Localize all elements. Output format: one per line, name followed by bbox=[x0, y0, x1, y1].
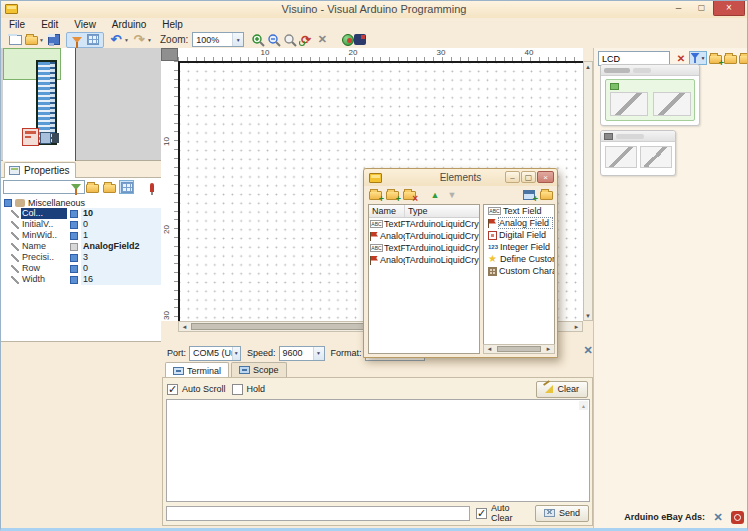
properties-collapse-icon[interactable] bbox=[102, 180, 117, 194]
delete-icon[interactable] bbox=[314, 33, 330, 47]
output-scroll-up-icon[interactable]: ▲ bbox=[579, 401, 588, 410]
category-expander-icon[interactable] bbox=[4, 199, 12, 207]
scroll-right-icon[interactable]: ► bbox=[543, 345, 554, 354]
hold-checkbox[interactable] bbox=[232, 384, 243, 395]
open-project-icon[interactable] bbox=[23, 33, 39, 47]
dialog-minimize-button[interactable]: – bbox=[505, 171, 520, 183]
palette-item[interactable]: Define Custom Chara bbox=[484, 253, 554, 265]
property-row[interactable]: InitialV.. 0 bbox=[1, 219, 161, 230]
redo-icon[interactable] bbox=[131, 33, 147, 47]
zoom-out-icon[interactable] bbox=[266, 33, 282, 47]
scroll-down-icon[interactable]: ▼ bbox=[583, 311, 594, 320]
column-name[interactable]: Name bbox=[369, 205, 405, 217]
property-row[interactable]: MinWid.. 1 bbox=[1, 230, 161, 241]
palette-item-selected[interactable]: Analog Field bbox=[484, 217, 554, 229]
component-card-lcd[interactable] bbox=[600, 64, 700, 126]
move-down-icon[interactable] bbox=[445, 188, 459, 201]
speed-dropdown-icon[interactable]: ▼ bbox=[313, 347, 324, 360]
component-thumbnail[interactable] bbox=[610, 92, 648, 116]
zoom-combobox[interactable]: 100% ▼ bbox=[192, 32, 244, 47]
palette-item[interactable]: Digital Field bbox=[484, 229, 554, 241]
expand-all-icon[interactable] bbox=[522, 188, 536, 201]
dialog-maximize-button[interactable]: ▢ bbox=[521, 171, 536, 183]
tab-terminal[interactable]: Terminal bbox=[165, 362, 229, 378]
speed-combobox[interactable]: 9600 ▼ bbox=[279, 346, 325, 361]
auto-scroll-checkbox[interactable] bbox=[167, 384, 178, 395]
element-row[interactable]: Analog... TArduinoLiquidCrystal... bbox=[369, 230, 479, 242]
folder-expand-icon[interactable] bbox=[723, 51, 737, 65]
properties-funnel-icon[interactable] bbox=[68, 180, 83, 194]
package-icon[interactable] bbox=[354, 34, 366, 45]
property-category[interactable]: Miscellaneous bbox=[1, 197, 161, 208]
property-value[interactable]: 10 bbox=[81, 208, 161, 219]
scroll-left-icon[interactable]: ◄ bbox=[484, 345, 495, 354]
add-element-icon[interactable] bbox=[368, 188, 382, 201]
scroll-thumb[interactable] bbox=[497, 346, 541, 352]
menu-file[interactable]: File bbox=[1, 19, 33, 30]
tab-properties[interactable]: Properties bbox=[4, 162, 76, 178]
terminal-output[interactable]: ▲ bbox=[166, 399, 590, 502]
column-type[interactable]: Type bbox=[405, 205, 479, 217]
property-row[interactable]: Col... 10 bbox=[1, 208, 161, 219]
minimize-button[interactable]: – bbox=[667, 1, 690, 16]
port-dropdown-icon[interactable]: ▼ bbox=[232, 347, 240, 360]
scroll-up-icon[interactable]: ▲ bbox=[583, 62, 594, 71]
menu-view[interactable]: View bbox=[66, 19, 104, 30]
filter-toggle-icon[interactable] bbox=[69, 33, 85, 47]
collapse-all-icon[interactable] bbox=[539, 188, 553, 201]
palette-item[interactable]: 123 Integer Field bbox=[484, 241, 554, 253]
project-minimap[interactable] bbox=[1, 48, 161, 161]
scroll-right-icon[interactable]: ► bbox=[571, 322, 582, 331]
ads-stop-icon[interactable] bbox=[731, 511, 744, 524]
component-thumbnail[interactable] bbox=[605, 146, 637, 168]
zoom-in-icon[interactable] bbox=[250, 33, 266, 47]
folder-collapse-icon[interactable] bbox=[738, 51, 748, 65]
save-icon[interactable] bbox=[46, 33, 62, 47]
ads-settings-icon[interactable] bbox=[711, 510, 725, 524]
delete-element-icon[interactable] bbox=[402, 188, 416, 201]
clear-search-icon[interactable] bbox=[674, 51, 688, 65]
property-row[interactable]: Precisi.. 3 bbox=[1, 252, 161, 263]
clear-button[interactable]: Clear bbox=[536, 381, 588, 398]
properties-view-icon[interactable] bbox=[119, 180, 134, 194]
menu-edit[interactable]: Edit bbox=[33, 19, 66, 30]
palette-item[interactable]: Text Field bbox=[484, 205, 554, 217]
undo-dropdown-icon[interactable]: ▼ bbox=[124, 37, 131, 43]
port-combobox[interactable]: COM5 (Unav ▼ bbox=[189, 346, 241, 361]
insert-element-icon[interactable] bbox=[385, 188, 399, 201]
element-row[interactable]: TextField2 TArduinoLiquidCrystal... bbox=[369, 242, 479, 254]
property-value[interactable]: 16 bbox=[81, 274, 161, 285]
canvas-vertical-scrollbar[interactable]: ▲ ▼ bbox=[583, 61, 593, 321]
element-row[interactable]: Analog... TArduinoLiquidCrystal... bbox=[369, 254, 479, 266]
property-value[interactable]: 0 bbox=[81, 263, 161, 274]
component-thumbnail[interactable] bbox=[653, 92, 691, 116]
maximize-button[interactable]: ▢ bbox=[690, 1, 713, 16]
palette-item[interactable]: Custom Character Fi bbox=[484, 265, 554, 277]
elements-dialog-titlebar[interactable]: Elements – ▢ × bbox=[364, 169, 557, 186]
send-input[interactable] bbox=[166, 506, 470, 521]
menu-help[interactable]: Help bbox=[154, 19, 191, 30]
refresh-icon[interactable] bbox=[298, 33, 314, 47]
component-thumbnail[interactable] bbox=[640, 146, 672, 168]
zoom-dropdown-icon[interactable]: ▼ bbox=[232, 33, 243, 46]
scroll-left-icon[interactable]: ◄ bbox=[179, 322, 190, 331]
folder-add-icon[interactable] bbox=[708, 51, 722, 65]
dialog-close-button[interactable]: × bbox=[537, 171, 554, 183]
menu-arduino[interactable]: Arduino bbox=[104, 19, 154, 30]
redo-dropdown-icon[interactable]: ▼ bbox=[147, 37, 154, 43]
filter-mode-icon[interactable]: ▼ bbox=[689, 51, 707, 65]
tab-scope[interactable]: Scope bbox=[231, 362, 287, 377]
palette-horizontal-scrollbar[interactable]: ◄ ► bbox=[483, 344, 555, 354]
properties-pin-icon[interactable] bbox=[144, 180, 159, 194]
undo-icon[interactable] bbox=[108, 33, 124, 47]
property-value[interactable]: 3 bbox=[81, 252, 161, 263]
property-value[interactable]: 1 bbox=[81, 230, 161, 241]
move-up-icon[interactable] bbox=[428, 188, 442, 201]
component-card-displays[interactable] bbox=[600, 130, 676, 176]
properties-expand-icon[interactable] bbox=[85, 180, 100, 194]
grid-toggle-icon[interactable] bbox=[85, 33, 101, 47]
close-button[interactable]: × bbox=[713, 1, 745, 16]
property-value[interactable]: AnalogField2 bbox=[81, 241, 161, 252]
open-dropdown-icon[interactable]: ▼ bbox=[39, 37, 46, 43]
new-project-icon[interactable] bbox=[7, 33, 23, 47]
